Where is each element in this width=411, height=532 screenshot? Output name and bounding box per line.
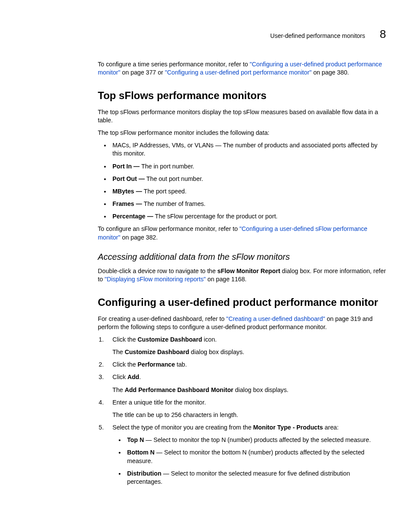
text: The (112, 348, 125, 355)
paragraph: The top sFlows performance monitors disp… (98, 108, 386, 124)
page: User-defined performance monitors 8 To c… (0, 0, 411, 532)
substep: The title can be up to 256 characters in… (112, 411, 386, 419)
term: Port Out — (112, 175, 146, 182)
text: dialog box displays. (189, 348, 244, 355)
text: area: (323, 424, 339, 431)
text: tab. (175, 361, 187, 368)
text: . (139, 373, 141, 380)
text: To configure an sFlow performance monito… (98, 225, 240, 232)
text: Select the type of monitor you are creat… (112, 424, 253, 431)
term: Customize Dashboard (125, 348, 189, 355)
substep: The Customize Dashboard dialog box displ… (112, 348, 386, 356)
list-item: MACs, IP Addresses, VMs, or VLANs — The … (98, 141, 386, 158)
list-item: Top N — Select to monitor the top N (num… (112, 436, 386, 444)
list-item: Bottom N — Select to monitor the bottom … (112, 448, 386, 465)
list-item: Port Out — The out port number. (98, 175, 386, 183)
term: Distribution (127, 470, 162, 477)
paragraph: Double-click a device row to navigate to… (98, 267, 386, 283)
step-item: Select the type of monitor you are creat… (98, 423, 386, 486)
term: Performance (137, 361, 175, 368)
text: Click (112, 373, 128, 380)
list-item: Port In — The in port number. (98, 162, 386, 171)
substep: The Add Performance Dashboard Monitor di… (112, 386, 386, 394)
text: Click the (112, 361, 137, 368)
step-item: Enter a unique title for the monitor. Th… (98, 398, 386, 419)
subheading-accessing-data: Accessing additional data from the sFlow… (98, 251, 386, 263)
text: Click the (112, 336, 137, 343)
text: The number of frames. (144, 200, 206, 207)
text: The out port number. (146, 175, 203, 182)
link-port-perf-monitor[interactable]: "Configuring a user-defined port perform… (165, 69, 312, 76)
text: on page 1168. (206, 276, 247, 283)
text: on page 380. (311, 69, 349, 76)
paragraph: The top sFlow performance monitor includ… (98, 129, 386, 137)
step-item: Click the Customize Dashboard icon. The … (98, 336, 386, 356)
text: The sFlow percentage for the product or … (155, 213, 278, 220)
steps-list: Click the Customize Dashboard icon. The … (98, 336, 386, 486)
step-item: Click Add. The Add Performance Dashboard… (98, 373, 386, 394)
text: icon. (202, 336, 217, 343)
text: on page 377 or (120, 69, 165, 76)
text: To configure a time series performance m… (98, 61, 249, 68)
list-item: Distribution — Select to monitor the sel… (112, 470, 386, 486)
text: The port speed. (144, 188, 187, 195)
heading-top-sflows: Top sFlows performance monitors (98, 89, 386, 103)
term: Add (128, 373, 140, 380)
term: Top N (127, 436, 144, 443)
term: Percentage — (112, 213, 155, 220)
term: sFlow Monitor Report (218, 268, 280, 274)
text: Double-click a device row to navigate to… (98, 268, 218, 274)
header-title: User-defined performance monitors (270, 32, 365, 40)
text: For creating a user-defined dashboard, r… (98, 315, 226, 322)
link-displaying-sflow-reports[interactable]: "Displaying sFlow monitoring reports" (105, 276, 206, 283)
text: The (112, 386, 125, 393)
text: Enter a unique title for the monitor. (112, 399, 206, 406)
term: Bottom N (127, 449, 155, 456)
link-creating-user-defined-dashboard[interactable]: "Creating a user-defined dashboard" (226, 315, 325, 322)
text: MACs, IP Addresses, VMs, or VLANs — The … (112, 142, 377, 157)
text: on page 382. (120, 234, 158, 241)
text: The in port number. (141, 163, 194, 170)
heading-configuring-user-defined: Configuring a user-defined product perfo… (98, 296, 386, 309)
list-item: Frames — The number of frames. (98, 200, 386, 208)
paragraph: To configure an sFlow performance monito… (98, 225, 386, 241)
text: — Select to monitor the top N (number) p… (144, 436, 371, 443)
running-header: User-defined performance monitors 8 (270, 27, 386, 42)
term: Customize Dashboard (137, 336, 202, 343)
text: dialog box displays. (234, 386, 289, 393)
term: Port In — (112, 163, 141, 170)
term: Monitor Type - Products (253, 424, 323, 431)
chapter-number: 8 (380, 27, 386, 42)
term: Frames — (112, 200, 144, 207)
inner-bullet-list: Top N — Select to monitor the top N (num… (112, 436, 386, 486)
text: — Select to monitor the bottom N (number… (127, 449, 364, 464)
list-item: MBytes — The port speed. (98, 187, 386, 196)
term: Add Performance Dashboard Monitor (125, 386, 233, 393)
intro-paragraph: To configure a time series performance m… (98, 60, 386, 77)
content: To configure a time series performance m… (98, 60, 386, 486)
bullet-list: MACs, IP Addresses, VMs, or VLANs — The … (98, 141, 386, 221)
list-item: Percentage — The sFlow percentage for th… (98, 212, 386, 221)
step-item: Click the Performance tab. (98, 361, 386, 369)
paragraph: For creating a user-defined dashboard, r… (98, 315, 386, 331)
term: MBytes — (112, 188, 144, 195)
